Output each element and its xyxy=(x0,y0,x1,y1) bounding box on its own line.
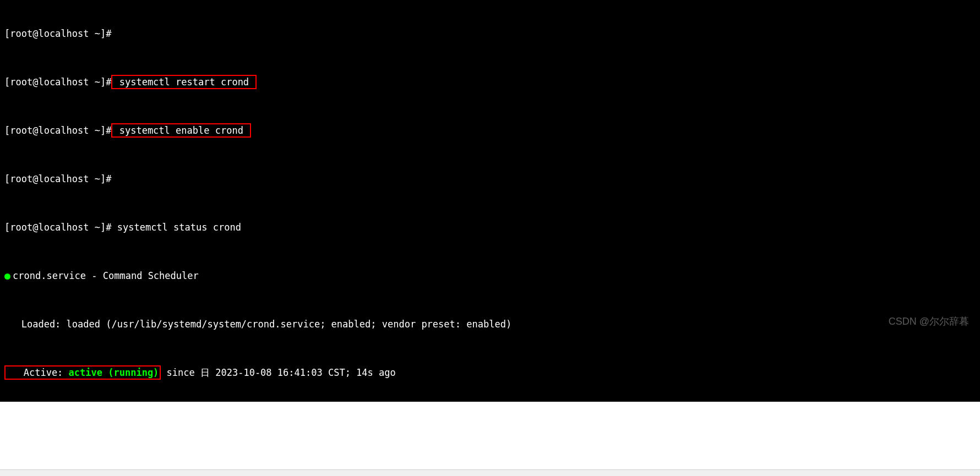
active-dot-icon xyxy=(4,273,10,280)
status-active-line: Active: active (running) since 日 2023-10… xyxy=(4,366,976,379)
active-value: active (running) xyxy=(69,367,159,378)
status-mainpid-line: Main PID: 90950 (crond) xyxy=(4,415,976,427)
status-cgroup-line: CGroup: /system.slice/crond.service xyxy=(4,451,976,463)
shell-prompt: [root@localhost ~]# xyxy=(4,28,111,39)
status-loaded-line: Loaded: loaded (/usr/lib/systemd/system/… xyxy=(4,318,976,330)
shell-prompt: [root@localhost ~]# xyxy=(4,76,111,87)
shell-prompt: [root@localhost ~]# xyxy=(4,173,111,184)
status-command: systemctl status crond xyxy=(117,222,241,233)
prompt-line-status: [root@localhost ~]# systemctl status cro… xyxy=(4,221,976,233)
active-label: Active: xyxy=(7,367,69,378)
prompt-line: [root@localhost ~]# xyxy=(4,173,976,185)
shell-prompt: [root@localhost ~]# xyxy=(4,125,111,136)
active-since: since 日 2023-10-08 16:41:03 CST; 14s ago xyxy=(161,367,395,378)
highlight-enable-cmd: systemctl enable crond xyxy=(111,123,251,138)
status-unit-line: crond.service - Command Scheduler xyxy=(4,270,976,282)
terminal-window[interactable]: [root@localhost ~]# [root@localhost ~]# … xyxy=(0,0,980,402)
unit-description: crond.service - Command Scheduler xyxy=(13,270,199,281)
prompt-line-enable: [root@localhost ~]# systemctl enable cro… xyxy=(4,124,976,136)
prompt-line: [root@localhost ~]# xyxy=(4,28,976,40)
highlight-restart-cmd: systemctl restart crond xyxy=(111,75,257,89)
os-taskbar[interactable] xyxy=(0,469,980,476)
prompt-line-restart: [root@localhost ~]# systemctl restart cr… xyxy=(4,76,976,88)
shell-prompt: [root@localhost ~]# xyxy=(4,222,111,233)
highlight-active-box: Active: active (running) xyxy=(4,365,161,380)
